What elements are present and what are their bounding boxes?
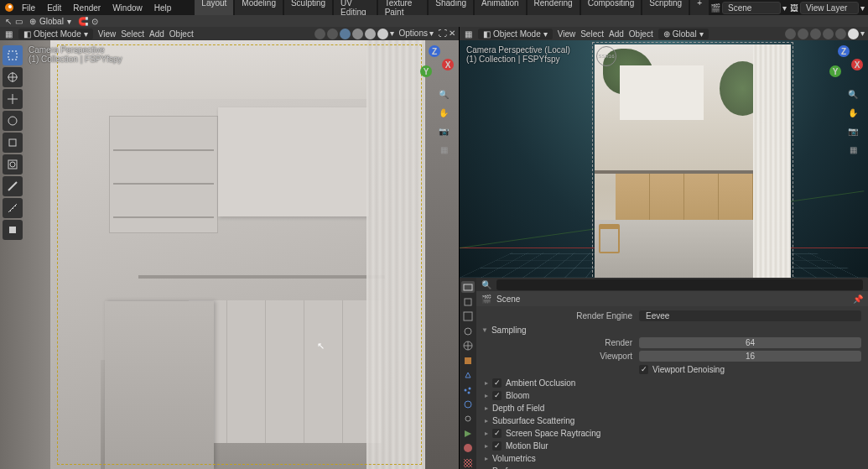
section-checkbox[interactable] <box>492 391 502 400</box>
prop-tab-material[interactable] <box>461 442 475 454</box>
zoom-icon-r[interactable]: 🔍 <box>846 87 860 101</box>
render-engine-dropdown[interactable]: Eevee <box>639 310 861 321</box>
perspective-toggle-icon[interactable]: ▦ <box>437 143 450 156</box>
prop-tab-output[interactable] <box>461 295 475 307</box>
pin-icon[interactable]: 📌 <box>853 294 863 304</box>
prop-tab-scene[interactable] <box>461 325 475 336</box>
editor-type-icon-right[interactable]: ▦ <box>463 29 473 39</box>
prop-tab-world[interactable] <box>461 340 475 352</box>
prop-tab-texture[interactable] <box>461 457 475 469</box>
section-performance[interactable]: ▸Performance <box>485 465 861 469</box>
close-area-icon[interactable]: ✕ <box>449 29 455 39</box>
add-cube-tool[interactable] <box>3 220 23 240</box>
gizmo-y-axis[interactable]: Y <box>420 65 432 77</box>
prop-tab-particles[interactable] <box>461 383 475 395</box>
prop-tab-constraints[interactable] <box>461 413 475 425</box>
viewport-denoising-checkbox[interactable] <box>639 365 648 374</box>
menu-edit[interactable]: Edit <box>42 2 66 14</box>
menu-file[interactable]: File <box>17 2 40 14</box>
section-depth-of-field[interactable]: ▸Depth of Field <box>485 402 861 414</box>
scene-selector[interactable]: 🎬 ▾ <box>710 2 787 14</box>
snap-icon[interactable]: 🧲 <box>78 17 88 26</box>
gizmo-x-axis-r[interactable]: X <box>851 59 863 70</box>
viewlayer-selector[interactable]: 🖼 ▾ <box>790 2 865 14</box>
menu-window[interactable]: Window <box>107 2 148 14</box>
prop-tab-object[interactable] <box>461 354 475 366</box>
menu-select-left[interactable]: Select <box>121 29 144 39</box>
shading-options-icon[interactable]: ▾ <box>390 29 394 39</box>
camera-view-icon-r[interactable]: 📷 <box>846 124 860 138</box>
prop-tab-render[interactable] <box>461 281 475 293</box>
section-checkbox[interactable] <box>492 441 502 451</box>
menu-select-right[interactable]: Select <box>580 29 604 39</box>
cursor-tool[interactable] <box>3 67 23 87</box>
menu-view-right[interactable]: View <box>558 29 576 39</box>
sampling-section-header[interactable]: ▼ Sampling <box>480 323 861 336</box>
perspective-toggle-icon-r[interactable]: ▦ <box>846 143 860 156</box>
viewport-samples-field[interactable]: 16 <box>639 351 861 362</box>
section-screen-space-raytracing[interactable]: ▸Screen Space Raytracing <box>485 427 861 439</box>
prop-tab-viewlayer[interactable] <box>461 310 475 322</box>
xray-toggle-r-icon[interactable] <box>798 29 808 39</box>
orientation-dropdown[interactable]: Global <box>39 17 64 26</box>
nav-gizmo-right[interactable]: X Y Z <box>824 45 863 84</box>
prop-tab-physics[interactable] <box>461 399 475 410</box>
section-bloom[interactable]: ▸Bloom <box>485 389 861 401</box>
prop-tab-modifiers[interactable] <box>461 369 475 381</box>
gizmo-y-axis-r[interactable]: Y <box>829 65 841 77</box>
menu-view-left[interactable]: View <box>98 29 117 39</box>
section-motion-blur[interactable]: ▸Motion Blur <box>485 440 861 451</box>
overlay-toggle-r-icon[interactable] <box>785 29 796 39</box>
properties-search-input[interactable] <box>496 279 863 290</box>
gizmo-x-axis[interactable]: X <box>442 59 454 70</box>
scene-name-input[interactable] <box>722 2 781 14</box>
shading-material-icon[interactable] <box>365 29 376 39</box>
shading-rendered-r-icon[interactable] <box>848 29 859 39</box>
section-checkbox[interactable] <box>492 378 502 388</box>
annotate-tool[interactable] <box>3 176 23 196</box>
rotate-tool[interactable] <box>3 111 23 131</box>
render-samples-field[interactable]: 64 <box>639 337 861 348</box>
shading-options-r-icon[interactable]: ▾ <box>860 29 865 39</box>
scale-tool[interactable] <box>3 133 23 153</box>
mode-dropdown-right[interactable]: ◧ Object Mode ▾ <box>478 29 553 39</box>
menu-object-left[interactable]: Object <box>169 29 194 39</box>
options-dropdown[interactable]: Options <box>399 29 428 39</box>
shading-wireframe-r-icon[interactable] <box>810 29 821 39</box>
maximize-icon[interactable]: ⛶ <box>439 29 447 39</box>
menu-object-right[interactable]: Object <box>629 29 653 39</box>
zoom-icon[interactable]: 🔍 <box>437 87 450 101</box>
pan-icon-r[interactable]: ✋ <box>846 106 860 119</box>
gizmo-z-axis[interactable]: Z <box>429 45 440 57</box>
scene-browse-icon[interactable]: ▾ <box>782 3 787 13</box>
measure-tool[interactable] <box>3 198 23 218</box>
left-3d-viewport[interactable]: Camera Perspective (1) Collection | FSPY… <box>0 40 459 469</box>
section-ambient-occlusion[interactable]: ▸Ambient Occlusion <box>485 377 861 388</box>
transform-tool[interactable] <box>3 154 23 175</box>
menu-render[interactable]: Render <box>68 2 106 14</box>
shading-rendered-icon[interactable] <box>377 29 388 39</box>
section-volumetrics[interactable]: ▸Volumetrics <box>485 452 861 464</box>
shading-solid-icon[interactable] <box>352 29 363 39</box>
section-subsurface-scattering[interactable]: ▸Subsurface Scattering <box>485 414 861 426</box>
select-box-tool[interactable] <box>3 45 23 65</box>
prop-tab-data[interactable] <box>461 428 475 440</box>
overlay-toggle-icon[interactable] <box>314 29 325 39</box>
pan-icon[interactable]: ✋ <box>437 106 450 119</box>
orientation-right[interactable]: ⊕ Global ▾ <box>658 29 709 39</box>
menu-add-right[interactable]: Add <box>609 29 624 39</box>
editor-type-icon[interactable]: ▦ <box>3 29 13 39</box>
xray-toggle-icon[interactable] <box>327 29 338 39</box>
viewlayer-name-input[interactable] <box>800 2 859 14</box>
nav-gizmo-left[interactable]: X Y Z <box>415 45 454 84</box>
shading-wireframe-icon[interactable] <box>340 29 351 39</box>
section-checkbox[interactable] <box>492 429 502 438</box>
move-tool[interactable] <box>3 89 23 109</box>
viewlayer-browse-icon[interactable]: ▾ <box>860 3 865 13</box>
right-3d-viewport[interactable]: SSR16 Camera Perspective (Local) (1) Col… <box>460 40 868 278</box>
snap-target-icon[interactable]: ⊙ <box>91 17 98 26</box>
gizmo-z-axis-r[interactable]: Z <box>838 45 850 57</box>
shading-solid-r-icon[interactable] <box>823 29 834 39</box>
mode-dropdown-left[interactable]: ◧ Object Mode ▾ <box>18 29 93 39</box>
menu-help[interactable]: Help <box>149 2 177 14</box>
